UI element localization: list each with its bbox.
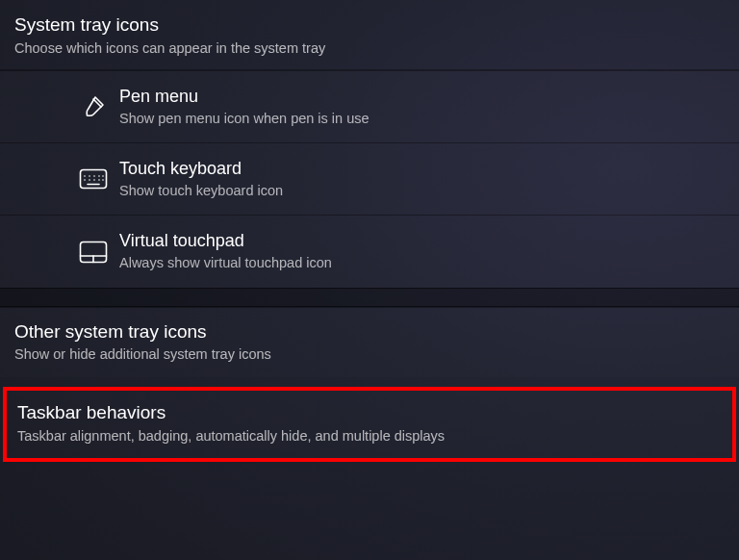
pen-menu-desc: Show pen menu icon when pen is in use [119, 109, 370, 130]
system-tray-icons-header[interactable]: System tray icons Choose which icons can… [0, 0, 739, 69]
virtual-touchpad-title: Virtual touchpad [119, 229, 332, 252]
system-tray-items-list: Pen menu Show pen menu icon when pen is … [0, 69, 739, 287]
taskbar-behaviors-row[interactable]: Taskbar behaviors Taskbar alignment, bad… [3, 387, 736, 462]
virtual-touchpad-desc: Always show virtual touchpad icon [119, 253, 332, 274]
touch-keyboard-item[interactable]: Touch keyboard Show touch keyboard icon [0, 142, 739, 215]
touch-keyboard-title: Touch keyboard [119, 157, 283, 180]
virtual-touchpad-icon [77, 236, 110, 268]
taskbar-behaviors-desc: Taskbar alignment, badging, automaticall… [17, 426, 722, 447]
touch-keyboard-icon [77, 163, 110, 195]
section-divider [0, 288, 739, 307]
touch-keyboard-desc: Show touch keyboard icon [119, 181, 283, 202]
system-tray-icons-title: System tray icons [14, 13, 725, 38]
pen-menu-item[interactable]: Pen menu Show pen menu icon when pen is … [0, 69, 739, 142]
taskbar-behaviors-title: Taskbar behaviors [17, 400, 722, 425]
other-system-tray-icons-title: Other system tray icons [14, 319, 725, 344]
virtual-touchpad-item[interactable]: Virtual touchpad Always show virtual tou… [0, 215, 739, 287]
other-system-tray-icons-desc: Show or hide additional system tray icon… [14, 344, 725, 366]
svg-rect-0 [81, 170, 107, 189]
pen-menu-title: Pen menu [119, 85, 370, 108]
other-system-tray-icons-row[interactable]: Other system tray icons Show or hide add… [0, 307, 739, 377]
system-tray-icons-desc: Choose which icons can appear in the sys… [14, 38, 725, 60]
pen-menu-icon [77, 90, 110, 123]
